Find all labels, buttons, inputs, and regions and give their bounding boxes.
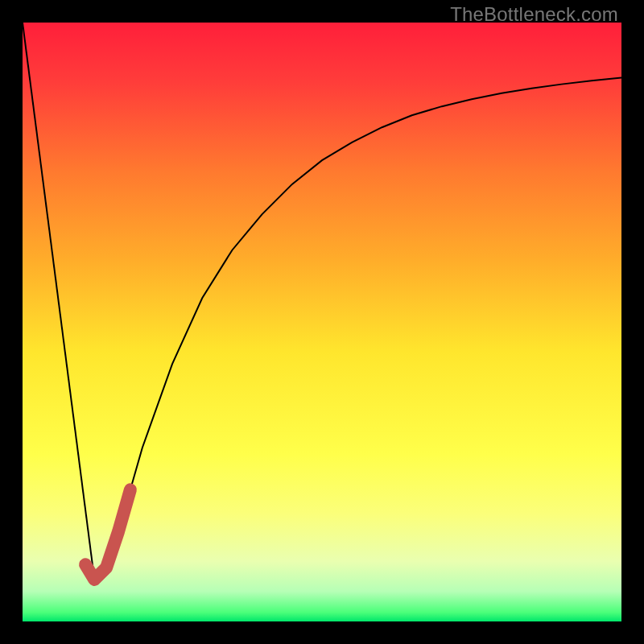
chart-frame: TheBottleneck.com bbox=[0, 0, 644, 644]
gradient-background bbox=[23, 23, 621, 621]
plot-area bbox=[23, 23, 621, 621]
